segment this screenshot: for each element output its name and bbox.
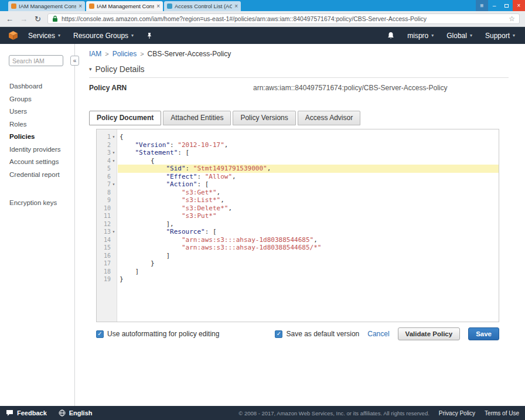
address-bar[interactable]: https://console.aws.amazon.com/iam/home?…: [47, 13, 520, 24]
policy-details-header[interactable]: ▾ Policy Details: [89, 64, 509, 74]
autoformat-checkbox-group[interactable]: ✓ Use autoformatting for policy editing: [96, 330, 219, 338]
pin-icon[interactable]: [140, 27, 159, 44]
account-menu[interactable]: mispro ▾: [401, 27, 440, 44]
tab-policy-versions[interactable]: Policy Versions: [233, 111, 295, 125]
tab-favicon: [89, 4, 94, 9]
footer-right: © 2008 - 2017, Amazon Web Services, Inc.…: [238, 410, 519, 416]
footer: Feedback English © 2008 - 2017, Amazon W…: [0, 406, 525, 420]
tab-policy-document[interactable]: Policy Document: [89, 111, 161, 125]
chevron-down-icon: ▾: [513, 33, 515, 38]
code-line: ]: [118, 252, 499, 260]
feedback-bubble-icon: [6, 409, 13, 416]
page-body: « DashboardGroupsUsersRolesPoliciesIdent…: [0, 44, 525, 406]
refresh-icon[interactable]: ↻: [33, 15, 42, 23]
line-number: 10: [104, 205, 111, 211]
sidebar-nav: DashboardGroupsUsersRolesPoliciesIdentit…: [0, 80, 74, 210]
back-icon[interactable]: ←: [5, 15, 14, 23]
fold-icon[interactable]: ▾: [111, 182, 117, 187]
support-menu[interactable]: Support ▾: [479, 27, 521, 44]
maximize-button[interactable]: [500, 0, 513, 11]
gutter-line: 2: [97, 141, 117, 149]
tab-access-advisor[interactable]: Access Advisor: [298, 111, 360, 125]
privacy-policy-link[interactable]: Privacy Policy: [439, 410, 475, 416]
autoformat-label: Use autoformatting for policy editing: [107, 330, 219, 338]
services-menu[interactable]: Services ▾: [22, 27, 67, 44]
browser-nav-bar: ← → ↻ https://console.aws.amazon.com/iam…: [0, 11, 525, 27]
browser-tab[interactable]: Access Control List (ACL...×: [164, 1, 241, 11]
close-button[interactable]: ×: [513, 0, 525, 11]
sidebar-item-policies[interactable]: Policies: [0, 131, 74, 144]
policy-document-editor[interactable]: 1▾23▾4▾567▾8910111213▾141516171819 { "Ve…: [96, 129, 499, 322]
sidebar-item-roles[interactable]: Roles: [0, 118, 74, 131]
section-divider: [89, 77, 509, 78]
forward-icon[interactable]: →: [19, 15, 28, 23]
browser-tabs: IAM Management Cons...×IAM Management Co…: [8, 0, 242, 11]
gutter-line: 5: [97, 165, 117, 173]
browser-tab[interactable]: IAM Management Cons...×: [8, 1, 85, 11]
tab-attached-entities[interactable]: Attached Entities: [163, 111, 231, 125]
validate-policy-button[interactable]: Validate Policy: [398, 327, 461, 340]
gutter-line: 16: [97, 252, 117, 260]
line-number: 15: [104, 244, 111, 251]
tab-favicon: [11, 4, 16, 9]
aws-logo-icon[interactable]: [8, 30, 18, 40]
fold-icon[interactable]: ▾: [111, 150, 117, 155]
language-label: English: [69, 409, 93, 416]
chevron-down-icon: ▾: [58, 33, 60, 38]
editor-code[interactable]: { "Version": "2012-10-17", "Statement": …: [118, 129, 499, 322]
breadcrumb-separator-icon: >: [140, 50, 144, 57]
sidebar-item-users[interactable]: Users: [0, 105, 74, 118]
tab-close-icon[interactable]: ×: [156, 3, 160, 9]
tab-title: IAM Management Cons...: [19, 3, 76, 9]
fold-icon[interactable]: ▾: [111, 158, 117, 163]
region-menu[interactable]: Global ▾: [440, 27, 479, 44]
main-content: IAM>Policies>CBS-Server-Access-Policy ▾ …: [75, 44, 525, 406]
section-triangle-icon: ▾: [89, 66, 92, 72]
resource-groups-menu[interactable]: Resource Groups ▾: [67, 27, 140, 44]
sidebar-item-groups[interactable]: Groups: [0, 93, 74, 106]
sidebar-collapse-icon[interactable]: «: [70, 56, 79, 66]
tab-favicon: [167, 4, 172, 9]
save-default-checkbox[interactable]: ✓: [275, 330, 282, 338]
code-line: ]: [118, 268, 499, 276]
chevron-down-icon: ▾: [470, 33, 472, 38]
fold-icon[interactable]: ▾: [111, 134, 117, 139]
code-line: "s3:Get*",: [118, 189, 499, 197]
sidebar-item-dashboard[interactable]: Dashboard: [0, 80, 74, 93]
language-button[interactable]: English: [59, 409, 93, 416]
code-line: {: [118, 157, 499, 165]
search-input[interactable]: [9, 55, 63, 66]
bookmark-star-icon[interactable]: ☆: [509, 15, 515, 22]
save-button[interactable]: Save: [468, 327, 499, 340]
fold-icon[interactable]: ▾: [111, 229, 117, 234]
breadcrumb-link[interactable]: IAM: [89, 50, 101, 58]
save-default-checkbox-group[interactable]: ✓ Save as default version: [275, 330, 359, 338]
breadcrumb-separator-icon: >: [105, 50, 108, 57]
autoformat-checkbox[interactable]: ✓: [96, 330, 104, 338]
region-label: Global: [446, 32, 467, 40]
window-controls: ≡ – ×: [476, 0, 525, 11]
window-menu-icon[interactable]: ≡: [476, 0, 488, 11]
gutter-line: 3▾: [97, 149, 117, 157]
sidebar-item-encryption-keys[interactable]: Encryption keys: [0, 197, 74, 210]
sidebar-item-identity-providers[interactable]: Identity providers: [0, 144, 74, 156]
minimize-button[interactable]: –: [488, 0, 500, 11]
aws-top-nav: Services ▾ Resource Groups ▾ mispro ▾ Gl…: [0, 27, 525, 44]
breadcrumb-link[interactable]: Policies: [112, 50, 137, 58]
policy-arn-value: arn:aws:iam::840497571674:policy/CBS-Ser…: [253, 84, 447, 92]
line-number: 18: [104, 268, 111, 275]
gutter-line: 9: [97, 196, 117, 204]
save-default-label: Save as default version: [286, 330, 359, 338]
sidebar-item-account-settings[interactable]: Account settings: [0, 156, 74, 169]
tab-close-icon[interactable]: ×: [234, 3, 238, 9]
tab-close-icon[interactable]: ×: [79, 3, 82, 9]
browser-tab[interactable]: IAM Management Cons...×: [86, 1, 163, 11]
code-line: "arn:aws:s3:::ahsay-1d80388544685",: [118, 236, 499, 244]
url-text[interactable]: https://console.aws.amazon.com/iam/home?…: [62, 15, 505, 22]
notifications-bell-icon[interactable]: [381, 27, 401, 44]
cancel-link[interactable]: Cancel: [367, 330, 389, 338]
feedback-button[interactable]: Feedback: [6, 409, 47, 416]
sidebar-item-credential-report[interactable]: Credential report: [0, 169, 74, 182]
terms-of-use-link[interactable]: Terms of Use: [485, 410, 519, 416]
line-number: 9: [107, 197, 111, 203]
